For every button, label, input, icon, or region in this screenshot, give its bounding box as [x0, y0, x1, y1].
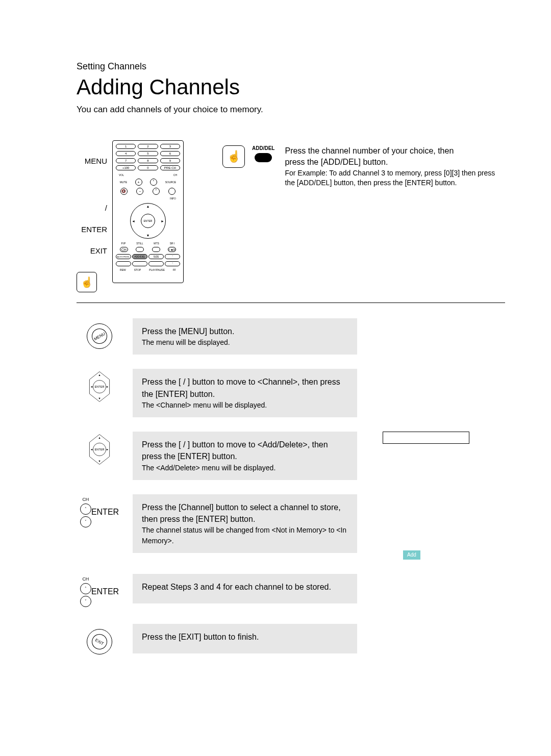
vol-down-icon: − [136, 188, 143, 195]
step-6-icon: EXIT [77, 624, 122, 660]
page-title: Adding Channels [77, 75, 505, 99]
numpad-2: 2 [138, 144, 158, 149]
numpad-7: 7 [116, 158, 136, 163]
intro-text: You can add channels of your choice to m… [77, 105, 505, 115]
step-6-main: Press the [EXIT] button to finish. [142, 631, 348, 643]
ch-label: CH [82, 497, 89, 502]
step-5-icon: CH ˄ ˅ ENTER [77, 574, 122, 610]
arrow-right-icon: ► [161, 219, 164, 223]
desc-sub: For Example: To add Channel 3 to memory,… [285, 168, 505, 188]
vol-up-icon: + [135, 179, 142, 186]
sri-btn: I◄II [168, 247, 176, 252]
arrow-left-icon: ◄ [132, 219, 135, 223]
adddel-label: ADD/DEL [252, 145, 274, 151]
step-3-text: Press the [ / ] button to move to <Add/D… [133, 432, 357, 480]
step-1-text: Press the [MENU] button. The menu will b… [133, 318, 357, 355]
mute-icon: 🔇 [120, 188, 128, 195]
label-mts: MTS [154, 242, 159, 245]
numpad-6: 6 [160, 151, 180, 156]
pip-btn: CH [120, 247, 128, 252]
step-4-icon: CH ˄ ˅ ENTER [77, 494, 122, 530]
hand-pointer-box: ☝ [189, 140, 245, 168]
mts-btn [152, 247, 160, 252]
remote-diagram: 1 2 3 4 5 6 7 8 9 +100 0 PRE-CH VOL CH M… [112, 140, 184, 283]
step-6-text: Press the [EXIT] button to finish. [133, 624, 357, 653]
svg-text:►: ► [106, 386, 109, 389]
label-menu: MENU [77, 150, 107, 172]
remote-blank2 [132, 261, 147, 266]
label-rew: REW [120, 268, 126, 271]
numpad-8: 8 [138, 158, 158, 163]
svg-text:▼: ▼ [98, 397, 101, 400]
adddel-callout: ADD/DEL [252, 140, 274, 162]
numpad-5: 5 [138, 151, 158, 156]
svg-text:◄: ◄ [90, 386, 93, 389]
top-summary-block: MENU / ENTER EXIT ☝ 1 2 3 4 5 6 7 8 9 +1… [77, 140, 505, 303]
step-2-main: Press the [ / ] button to move to <Chann… [142, 376, 348, 399]
svg-text:▲: ▲ [98, 436, 101, 439]
numpad-prech: PRE-CH [160, 165, 180, 170]
enter-icon-label: ENTER [95, 386, 105, 389]
label-vol: VOL [119, 173, 124, 177]
section-label: Setting Channels [77, 61, 505, 72]
step-5-text: Repeat Steps 3 and 4 for each channel to… [133, 574, 357, 603]
numpad-4: 4 [116, 151, 136, 156]
step-3-sub: The <Add/Delete> menu will be displayed. [142, 463, 348, 473]
label-ch: CH [173, 173, 177, 177]
step-4-main: Press the [Channel] button to select a c… [142, 501, 348, 525]
label-play: PLAY/PAUSE [149, 268, 164, 271]
nav-wheel: ▲ ▼ ◄ ► ENTER [130, 203, 166, 239]
source-icon [168, 188, 176, 195]
label-autoprog: AUTO PROG. [116, 254, 131, 259]
top-description: Press the channel number of your choice,… [280, 140, 505, 188]
numpad-9: 9 [160, 158, 180, 163]
numpad-1: 1 [116, 144, 136, 149]
numpad-3: 3 [160, 144, 180, 149]
top-left-labels: MENU / ENTER EXIT ☝ [77, 140, 107, 292]
enter-center: ENTER [141, 214, 155, 228]
step-1-main: Press the [MENU] button. [142, 325, 348, 337]
step-3: ENTER ▲ ▼ ◄ ► Press the [ / ] button to … [77, 432, 505, 480]
step-5: CH ˄ ˅ ENTER Repeat Steps 3 and 4 for ea… [77, 574, 505, 610]
label-ff: FF [173, 268, 176, 271]
label-stop: STOP [134, 268, 141, 271]
ch-label: CH [82, 576, 89, 582]
remote-up: ˄ [165, 254, 180, 259]
step-6: EXIT Press the [EXIT] button to finish. [77, 624, 505, 660]
step-1: MENU Press the [MENU] button. The menu w… [77, 318, 505, 355]
hand-icon: ☝ [77, 272, 97, 292]
arrow-down-icon: ▼ [146, 234, 150, 237]
step-1-sub: The menu will be displayed. [142, 337, 348, 347]
label-sri: SR I [170, 242, 175, 245]
label-size: SIZE [148, 254, 164, 259]
svg-text:ENTER: ENTER [95, 448, 105, 451]
label-slash: / [77, 197, 107, 219]
desc-line2: press the [ADD/DEL] button. [285, 157, 505, 168]
add-badge: Add [403, 550, 420, 560]
step-4-sub: The channel status will be changed from … [142, 525, 348, 546]
remote-blank3 [148, 261, 164, 266]
step-3-icon: ENTER ▲ ▼ ◄ ► [77, 432, 122, 467]
desc-line1: Press the channel number of your choice,… [285, 145, 505, 157]
remote-blank1 [116, 261, 131, 266]
step-2: ENTER ▲ ▼ ◄ ► Press the [ / ] button to … [77, 369, 505, 417]
ch-up-icon: ˄ [150, 179, 157, 186]
ch-down-icon: ˅ [153, 188, 160, 195]
ch-up-icon: ˄ [80, 583, 91, 594]
adddel-pill-icon [255, 153, 272, 162]
still-btn [136, 247, 144, 252]
step-3-main: Press the [ / ] button to move to <Add/D… [142, 439, 348, 462]
ch-down-icon: ˅ [80, 516, 91, 527]
step-1-icon: MENU [77, 318, 122, 354]
enter-small-icon: ENTER [91, 508, 119, 517]
remote-down: ˅ [165, 261, 180, 266]
label-info: INFO [116, 197, 180, 200]
ch-down-icon: ˅ [80, 596, 91, 607]
step-2-text: Press the [ / ] button to move to <Chann… [133, 369, 357, 417]
step-2-sub: The <Channel> menu will be displayed. [142, 400, 348, 410]
step-4-text: Press the [Channel] button to select a c… [133, 494, 357, 553]
hand-icon: ☝ [222, 145, 245, 168]
label-pip: P.IP [121, 242, 126, 245]
label-still: STILL [136, 242, 143, 245]
label-adddel-remote: ADD/DEL [132, 254, 147, 259]
